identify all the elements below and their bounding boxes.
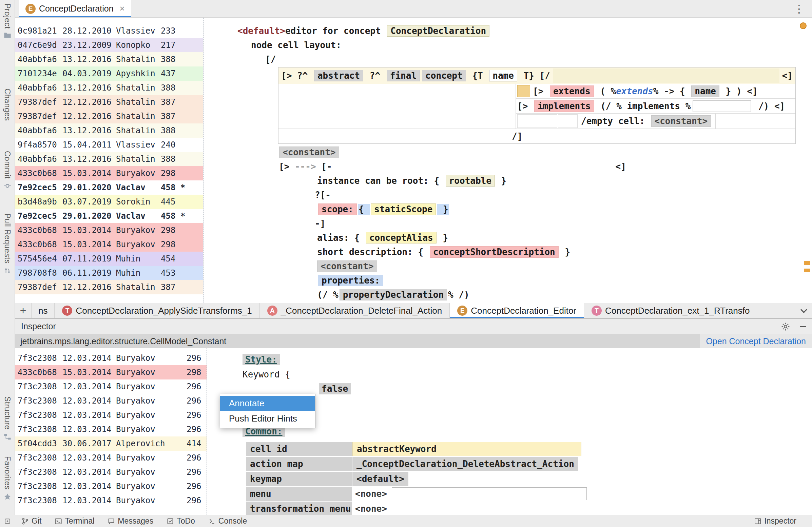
status-item-todo[interactable]: ToDo	[160, 515, 202, 527]
mps-cell[interactable]: properties:	[318, 275, 383, 286]
mps-cell[interactable]: /)	[753, 101, 774, 111]
mps-cell[interactable]: <constant>	[317, 261, 377, 272]
annotation-row[interactable]: 7101234e04.03.2019Apyshkin437	[15, 67, 203, 81]
annotation-row[interactable]: b3d48a9b03.07.2019Sorokin445	[15, 195, 203, 209]
annotation-row[interactable]: 79387def12.12.2016Shatalin387	[15, 280, 203, 294]
mps-cell[interactable]: instance can be root:	[317, 176, 434, 186]
mps-cell[interactable]: --->	[295, 161, 316, 172]
annotation-row[interactable]: 7f3c230812.03.2014Buryakov296	[15, 494, 206, 508]
status-item-console[interactable]: Console	[202, 515, 254, 527]
annotation-row[interactable]: 433c0b6815.03.2014Buryakov298	[15, 237, 203, 252]
close-icon[interactable]: ×	[120, 3, 125, 14]
mps-cell[interactable]: editor for concept	[285, 26, 386, 36]
error-stripe-mark[interactable]	[804, 268, 810, 272]
empty-value-cell[interactable]	[392, 487, 587, 500]
mps-cell[interactable]: }	[560, 247, 570, 257]
mps-cell[interactable]: %	[611, 86, 616, 96]
mps-cell[interactable]: extends	[550, 86, 594, 97]
gear-icon[interactable]	[781, 322, 790, 331]
sidebar-item-favorites[interactable]: Favorites	[3, 456, 12, 500]
mps-cell[interactable]: %	[653, 86, 659, 96]
mps-cell[interactable]: {T	[467, 71, 489, 81]
mps-cell[interactable]: ConceptDeclaration	[387, 25, 490, 36]
sidebar-item-structure[interactable]: Structure	[3, 396, 12, 440]
mps-cell-editor[interactable]: <default> editor for concept ConceptDecl…	[203, 18, 812, 303]
mps-cell[interactable]: %	[616, 101, 622, 111]
annotation-row[interactable]: 433c0b6815.03.2014Buryakov298	[15, 166, 203, 180]
mps-cell[interactable]: [>	[533, 86, 549, 96]
mps-cell[interactable]: final	[387, 70, 420, 82]
mps-cell[interactable]: %	[685, 101, 691, 111]
annotation-row[interactable]: 40abbfa613.12.2016Shatalin388	[15, 81, 203, 95]
property-value[interactable]: <none>	[352, 501, 390, 515]
mps-cell[interactable]: node cell layout:	[251, 40, 341, 50]
mps-cell[interactable]: <]	[615, 161, 626, 172]
annotation-row[interactable]: 9f4a857015.04.2011Vlassiev240	[15, 138, 203, 152]
mps-cell[interactable]: [>	[281, 71, 292, 81]
mps-cell[interactable]: [-	[316, 161, 332, 172]
mps-cell[interactable]: scope:	[318, 204, 357, 215]
mps-cell[interactable]: name	[489, 70, 517, 82]
mps-cell[interactable]: propertyDeclaration	[339, 289, 447, 301]
mps-cell[interactable]: %	[448, 290, 453, 300]
mps-cell-decoration[interactable]	[517, 114, 557, 128]
mps-cell[interactable]: short description:	[317, 247, 418, 257]
annotation-row[interactable]: 047c6e9d23.12.2009Konopko217	[15, 38, 203, 52]
mps-cell[interactable]: <constant>	[651, 115, 711, 127]
mps-cell[interactable]: <]	[747, 86, 757, 96]
annotation-row[interactable]: 575456e407.11.2019Muhin454	[15, 252, 203, 266]
inspector-content[interactable]: Style: Keyword { false Common: cell idab…	[207, 348, 812, 515]
editor-tab-conceptdeclaration_applysidetransforms_1[interactable]: TConceptDeclaration_ApplySideTransforms_…	[54, 303, 259, 318]
warning-indicator-icon[interactable]	[800, 23, 807, 29]
mps-cell-decoration[interactable]	[558, 114, 578, 128]
annotation-row[interactable]: 7f3c230812.03.2014Buryakov296	[15, 408, 206, 422]
status-item-inspector[interactable]: Inspector	[748, 515, 803, 527]
annotation-row[interactable]: 40abbfa613.12.2016Shatalin388	[15, 152, 203, 166]
mps-cell[interactable]: name	[691, 86, 720, 97]
mps-cell[interactable]: {	[434, 176, 444, 186]
annotation-row[interactable]: 7e92cec529.01.2020Vaclav458 *	[15, 180, 203, 195]
property-value[interactable]: _ConceptDeclaration_DeleteAbstract_Actio…	[352, 457, 578, 471]
mps-cell[interactable]: staticScope	[371, 204, 436, 215]
mps-cell[interactable]: rootable	[446, 175, 495, 187]
mps-cell[interactable]: {	[358, 204, 370, 215]
mps-cell[interactable]: {	[354, 233, 365, 243]
mps-cell[interactable]: /]	[512, 131, 522, 142]
sidebar-item-pull-requests[interactable]: Pull Requests	[3, 213, 12, 274]
mps-cell[interactable]: [>	[279, 161, 295, 172]
annotation-row[interactable]: 7f3c230812.03.2014Buryakov296	[15, 451, 206, 465]
error-stripe-mark[interactable]	[804, 261, 810, 265]
annotation-row[interactable]: 79387def12.12.2016Shatalin387	[15, 109, 203, 123]
mps-cell[interactable]: [/	[265, 54, 276, 64]
mps-cell[interactable]: concept	[422, 70, 466, 82]
mps-cell-decoration[interactable]	[517, 85, 530, 97]
mps-cell[interactable]: }	[437, 204, 449, 215]
tab-overflow-button[interactable]	[794, 303, 812, 318]
status-item-messages[interactable]: Messages	[101, 515, 160, 527]
toolwindow-switcher[interactable]	[0, 518, 15, 524]
editor-tab-partial[interactable]: ns	[31, 303, 54, 318]
mps-cell[interactable]: <default>	[237, 26, 285, 36]
status-item-terminal[interactable]: Terminal	[48, 515, 101, 527]
file-tab-conceptdeclaration[interactable]: E ConceptDeclaration ×	[19, 0, 131, 17]
mps-cell[interactable]: <]	[774, 101, 785, 111]
mps-cell-decoration[interactable]	[715, 114, 794, 129]
mps-cell[interactable]: ?^	[364, 71, 386, 81]
annotation-row[interactable]: 7f3c230812.03.2014Buryakov296	[15, 394, 206, 408]
mps-cell[interactable]: {	[418, 247, 429, 257]
annotation-row[interactable]: 5f04cdd330.06.2017Alperovich414	[15, 437, 206, 451]
mps-cell[interactable]: abstract	[314, 70, 363, 82]
annotation-row[interactable]: 7f3c230812.03.2014Buryakov296	[15, 479, 206, 494]
mps-cell[interactable]: extends	[616, 86, 653, 96]
mps-cell-decoration[interactable]	[553, 69, 780, 83]
annotation-row[interactable]: 7f3c230812.03.2014Buryakov296	[15, 380, 206, 394]
property-value[interactable]: <none>	[352, 487, 390, 501]
editor-tab-_conceptdeclaration_deletefinal_action[interactable]: A_ConceptDeclaration_DeleteFinal_Action	[260, 303, 450, 318]
mps-cell[interactable]: /empty cell:	[581, 116, 650, 126]
mps-cell[interactable]: <]	[782, 71, 793, 81]
annotation-row[interactable]: 433c0b6815.03.2014Buryakov298	[15, 365, 206, 380]
annotation-row[interactable]: 79387def12.12.2016Shatalin387	[15, 95, 203, 109]
mps-cell[interactable]: <constant>	[279, 146, 339, 158]
mps-cell[interactable]: T}	[518, 71, 540, 81]
mps-cell[interactable]: -]	[315, 218, 325, 229]
